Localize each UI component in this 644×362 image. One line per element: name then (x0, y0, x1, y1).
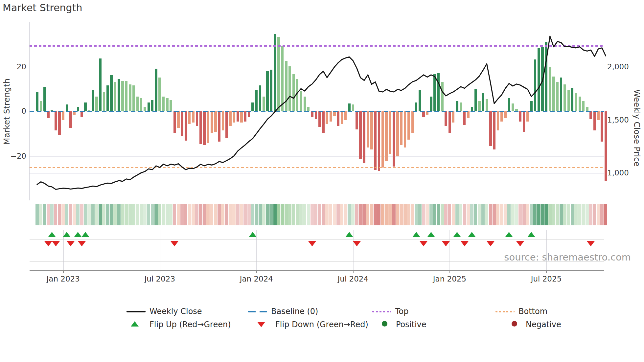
flip-down-marker (308, 241, 316, 246)
heatmap-cell (574, 204, 578, 225)
heatmap-cell (125, 204, 128, 225)
flip-down-marker (516, 241, 524, 246)
heatmap-cell (563, 204, 566, 225)
heatmap-cell (43, 204, 46, 225)
heatmap-cell (381, 204, 384, 225)
heatmap-cell (47, 204, 50, 225)
heatmap-cell (154, 204, 158, 225)
legend-flip-up: Flip Up (Red→Green) (150, 320, 231, 329)
heatmap-cell (102, 204, 105, 225)
heatmap-cell (604, 204, 607, 225)
heatmap-cell (54, 204, 57, 225)
heatmap-cell (106, 204, 109, 225)
flip-up-marker (74, 232, 82, 237)
heatmap-cell (210, 204, 213, 225)
heatmap-cell (400, 204, 403, 225)
heatmap-cell (336, 204, 340, 225)
heatmap-cell (481, 204, 485, 225)
heatmap-cell (411, 204, 414, 225)
heatmap-cell (329, 204, 332, 225)
heatmap-cell (422, 204, 425, 225)
heatmap-cell (151, 204, 154, 225)
heatmap-cell (236, 204, 240, 225)
heatmap-cell (240, 204, 243, 225)
x-tick-label: Jan 2025 (433, 275, 466, 283)
legend-negative: Negative (526, 320, 561, 329)
heatmap-cell (110, 204, 113, 225)
heatmap-cell (58, 204, 61, 225)
heatmap-cell (344, 204, 347, 225)
heatmap-cell (259, 204, 262, 225)
heatmap-cell (61, 204, 65, 225)
heatmap-cell (117, 204, 121, 225)
heatmap-cell (600, 204, 604, 225)
heatmap-cell (173, 204, 176, 225)
heatmap-cell (218, 204, 221, 225)
heatmap-cell (132, 204, 135, 225)
heatmap-cell (470, 204, 473, 225)
heatmap-cell (50, 204, 54, 225)
heatmap-cell (277, 204, 280, 225)
heatmap-cell (84, 204, 87, 225)
heatmap-cell (221, 204, 224, 225)
heatmap-cell (403, 204, 407, 225)
heatmap-cell (113, 204, 117, 225)
heatmap-cell (269, 204, 273, 225)
heatmap-cell (229, 204, 232, 225)
heatmap-cell (388, 204, 392, 225)
heatmap-cell (314, 204, 317, 225)
heatmap-cell (426, 204, 429, 225)
heatmap-cell (518, 204, 522, 225)
heatmap-cell (76, 204, 80, 225)
heatmap-cell (433, 204, 436, 225)
heatmap-cell (489, 204, 492, 225)
x-tick-mark (449, 270, 450, 273)
marker-panel-vline (160, 230, 160, 270)
heatmap-cell (441, 204, 444, 225)
heatmap-cell (541, 204, 544, 225)
heatmap-cell (493, 204, 496, 225)
legend-top: Top (395, 307, 409, 316)
x-tick-mark (546, 270, 547, 273)
heatmap-cell (533, 204, 537, 225)
heatmap-cell (158, 204, 161, 225)
heatmap-cell (377, 204, 380, 225)
flip-up-marker (48, 232, 56, 237)
heatmap-cell (496, 204, 499, 225)
heatmap-cell (556, 204, 559, 225)
marker-panel-vline (449, 230, 450, 270)
flip-up-marker (527, 232, 535, 237)
heatmap-cell (121, 204, 124, 225)
heatmap-cell (177, 204, 180, 225)
heatmap-cell (296, 204, 299, 225)
x-axis-spine (30, 270, 604, 271)
heatmap-cell (407, 204, 410, 225)
heatmap-cell (195, 204, 198, 225)
heatmap-cell (184, 204, 187, 225)
flip-down-marker (442, 241, 450, 246)
heatmap-cell (351, 204, 355, 225)
flip-up-marker (345, 232, 353, 237)
heatmap-cell (307, 204, 310, 225)
heatmap-cell (526, 204, 529, 225)
heatmap-cell (359, 204, 362, 225)
heatmap-cell (188, 204, 191, 225)
heatmap-cell (322, 204, 325, 225)
heatmap-cell (366, 204, 369, 225)
flip-up-marker (427, 232, 435, 237)
flip-up-icon (131, 321, 139, 327)
heatmap-cell (415, 204, 418, 225)
heatmap-cell (515, 204, 518, 225)
heatmap-cell (593, 204, 596, 225)
heatmap-cell (273, 204, 277, 225)
x-tick-mark (160, 270, 160, 273)
flip-down-marker (171, 241, 178, 246)
marker-panel-vline (546, 230, 546, 270)
flip-down-marker (587, 241, 595, 246)
flip-down-icon (257, 322, 265, 327)
heatmap-cell (463, 204, 466, 225)
heatmap-cell (232, 204, 236, 225)
heatmap-cell (548, 204, 552, 225)
heatmap-cell (285, 204, 288, 225)
heatmap-cell (288, 204, 291, 225)
